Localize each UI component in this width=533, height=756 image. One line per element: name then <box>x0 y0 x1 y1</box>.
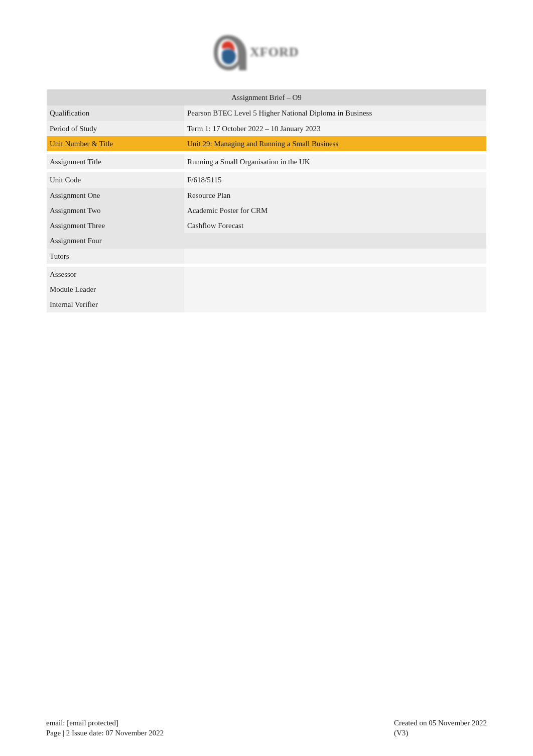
value-unit-code: F/618/5115 <box>184 172 486 187</box>
label-assignment-title: Assignment Title <box>47 154 184 169</box>
row-assignment-one: Assignment One Resource Plan <box>47 188 486 203</box>
row-assignment-title: Assignment Title Running a Small Organis… <box>47 154 486 169</box>
footer-email: email: [email protected] <box>46 718 164 728</box>
row-tutors: Tutors <box>47 249 486 264</box>
label-assignment-three: Assignment Three <box>47 218 184 233</box>
label-unit-number-title: Unit Number & Title <box>47 136 184 151</box>
oxford-logo: XFORD <box>209 30 324 75</box>
label-module-leader: Module Leader <box>47 282 184 297</box>
label-tutors: Tutors <box>47 249 184 264</box>
row-unit-code: Unit Code F/618/5115 <box>47 172 486 187</box>
label-assessor: Assessor <box>47 267 184 282</box>
brief-header-row: Assignment Brief – O9 <box>47 89 486 105</box>
value-qualification: Pearson BTEC Level 5 Higher National Dip… <box>184 105 486 121</box>
logo-container: XFORD <box>0 0 533 89</box>
label-period-of-study: Period of Study <box>47 121 184 136</box>
row-unit-number-title: Unit Number & Title Unit 29: Managing an… <box>47 136 486 151</box>
label-assignment-four: Assignment Four <box>47 233 184 248</box>
value-internal-verifier <box>184 297 486 312</box>
label-assignment-two: Assignment Two <box>47 203 184 218</box>
value-tutors <box>184 249 486 264</box>
value-assignment-title: Running a Small Organisation in the UK <box>184 154 486 169</box>
row-internal-verifier: Internal Verifier <box>47 297 486 312</box>
footer-right: Created on 05 November 2022 (V3) <box>394 718 487 738</box>
value-assignment-two: Academic Poster for CRM <box>184 203 486 218</box>
footer-version: (V3) <box>394 728 487 738</box>
value-period-of-study: Term 1: 17 October 2022 – 10 January 202… <box>184 121 486 136</box>
value-assignment-three: Cashflow Forecast <box>184 218 486 233</box>
row-qualification: Qualification Pearson BTEC Level 5 Highe… <box>47 105 486 121</box>
row-module-leader: Module Leader <box>47 282 486 297</box>
value-module-leader <box>184 282 486 297</box>
svg-text:XFORD: XFORD <box>250 45 299 59</box>
value-assessor <box>184 267 486 282</box>
footer-page-line: Page | 2 Issue date: 07 November 2022 <box>46 728 164 738</box>
footer-left: email: [email protected] Page | 2 Issue … <box>46 718 164 738</box>
value-assignment-four <box>184 233 486 248</box>
row-assignment-three: Assignment Three Cashflow Forecast <box>47 218 486 233</box>
assignment-brief-table: Assignment Brief – O9 Qualification Pear… <box>47 89 486 312</box>
row-assessor: Assessor <box>47 267 486 282</box>
row-period-of-study: Period of Study Term 1: 17 October 2022 … <box>47 121 486 136</box>
label-internal-verifier: Internal Verifier <box>47 297 184 312</box>
label-unit-code: Unit Code <box>47 172 184 187</box>
page-footer: email: [email protected] Page | 2 Issue … <box>46 718 487 738</box>
label-assignment-one: Assignment One <box>47 188 184 203</box>
row-assignment-two: Assignment Two Academic Poster for CRM <box>47 203 486 218</box>
brief-header: Assignment Brief – O9 <box>47 89 486 105</box>
value-assignment-one: Resource Plan <box>184 188 486 203</box>
label-qualification: Qualification <box>47 105 184 121</box>
footer-created: Created on 05 November 2022 <box>394 718 487 728</box>
value-unit-number-title: Unit 29: Managing and Running a Small Bu… <box>184 136 486 151</box>
row-assignment-four: Assignment Four <box>47 233 486 248</box>
